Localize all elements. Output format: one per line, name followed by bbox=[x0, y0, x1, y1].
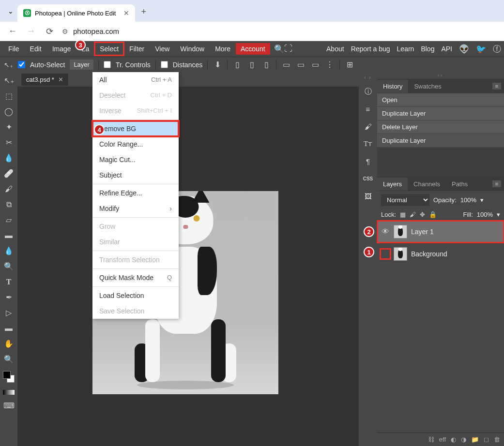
search-icon[interactable]: 🔍 bbox=[274, 44, 284, 54]
menu-image[interactable]: Image bbox=[47, 42, 76, 56]
menu-filter[interactable]: Filter bbox=[124, 42, 150, 56]
zoom-tool-icon[interactable]: 🔍 bbox=[2, 354, 15, 365]
history-item[interactable]: Delete Layer bbox=[377, 120, 504, 134]
lock-all-icon[interactable]: 🔒 bbox=[429, 211, 437, 218]
layer-row[interactable]: 👁 Layer 1 bbox=[377, 221, 504, 243]
grid-icon[interactable]: ⊞ bbox=[345, 60, 354, 70]
link-report-bug[interactable]: Report a bug bbox=[351, 45, 390, 53]
character-panel-icon[interactable]: Tᴛ bbox=[362, 137, 374, 150]
distribute-icon[interactable]: ⋮ bbox=[325, 60, 335, 70]
auto-select-checkbox[interactable] bbox=[18, 61, 25, 68]
menu-account[interactable]: Account bbox=[236, 43, 270, 55]
info-panel-icon[interactable]: ⓘ bbox=[362, 85, 374, 98]
new-tab-button[interactable]: + bbox=[135, 7, 152, 17]
pen-tool-icon[interactable]: ✒ bbox=[2, 292, 15, 303]
align-center-v-icon[interactable]: ▭ bbox=[296, 60, 305, 70]
brush-panel-icon[interactable]: 🖌 bbox=[362, 120, 374, 133]
align-top-icon[interactable]: ▭ bbox=[281, 60, 291, 70]
tab-history[interactable]: History bbox=[377, 80, 408, 93]
link-learn[interactable]: Learn bbox=[397, 45, 414, 53]
reload-button[interactable]: ⟳ bbox=[44, 26, 55, 37]
paragraph-panel-icon[interactable]: ¶ bbox=[362, 155, 374, 167]
reddit-icon[interactable]: 👽 bbox=[459, 44, 469, 54]
adjustment-layer-icon[interactable]: ◑ bbox=[461, 436, 466, 443]
download-icon[interactable]: ⬇ bbox=[213, 60, 222, 70]
layer-target-select[interactable]: Layer bbox=[70, 59, 93, 70]
hand-tool-icon[interactable]: ✋ bbox=[2, 338, 15, 349]
crop-tool-icon[interactable]: ✂ bbox=[2, 137, 15, 148]
dropdown-item[interactable]: Color Range... bbox=[92, 136, 179, 152]
panel-handle[interactable]: ›› bbox=[377, 72, 504, 79]
type-tool-icon[interactable]: T bbox=[2, 276, 15, 287]
css-panel-icon[interactable]: CSS bbox=[362, 172, 374, 185]
link-about[interactable]: About bbox=[326, 45, 344, 53]
link-layers-icon[interactable]: ⛓ bbox=[428, 436, 434, 443]
healing-tool-icon[interactable]: 🩹 bbox=[2, 168, 15, 179]
menu-file[interactable]: File bbox=[3, 42, 25, 56]
url-field[interactable]: ⚙ photopea.com bbox=[62, 27, 119, 35]
dropdown-item[interactable]: Subject bbox=[92, 167, 179, 183]
new-layer-icon[interactable]: ◻ bbox=[484, 436, 489, 443]
tab-channels[interactable]: Channels bbox=[408, 178, 446, 191]
eraser-tool-icon[interactable]: ▱ bbox=[2, 214, 15, 225]
layer-effects-icon[interactable]: eff bbox=[439, 436, 446, 443]
layer-mask-icon[interactable]: ◐ bbox=[451, 436, 456, 443]
tab-list-dropdown[interactable]: ⌄ bbox=[4, 7, 17, 15]
layer-name[interactable]: Layer 1 bbox=[411, 228, 434, 236]
layer-thumbnail[interactable] bbox=[394, 225, 407, 238]
visibility-toggle-icon[interactable]: 👁 bbox=[381, 227, 390, 236]
dock-handle[interactable]: ‹ › bbox=[364, 75, 371, 80]
gradient-tool-icon[interactable]: ▬ bbox=[2, 230, 15, 241]
new-folder-icon[interactable]: 📁 bbox=[471, 436, 479, 443]
menu-select[interactable]: Select bbox=[94, 42, 124, 56]
tab-layers[interactable]: Layers bbox=[377, 178, 408, 191]
tab-paths[interactable]: Paths bbox=[446, 178, 473, 191]
close-tab-icon[interactable]: ✕ bbox=[123, 9, 129, 17]
lock-transparency-icon[interactable]: ▦ bbox=[400, 211, 406, 218]
adjustments-panel-icon[interactable]: ≡ bbox=[362, 103, 374, 115]
opacity-dropdown-icon[interactable]: ▾ bbox=[480, 196, 484, 204]
layer-thumbnail[interactable] bbox=[394, 247, 407, 261]
opacity-value[interactable]: 100% bbox=[460, 196, 476, 204]
fullscreen-icon[interactable]: ⛶ bbox=[284, 44, 292, 54]
keyboard-icon[interactable]: ⌨ bbox=[3, 401, 15, 410]
tab-swatches[interactable]: Swatches bbox=[408, 80, 447, 93]
lock-position-icon[interactable]: ✥ bbox=[420, 211, 425, 218]
align-center-h-icon[interactable]: ▯ bbox=[247, 60, 257, 70]
move-tool-icon[interactable]: ↖₊ bbox=[2, 75, 15, 86]
dodge-tool-icon[interactable]: 🔍 bbox=[2, 261, 15, 272]
dropdown-item[interactable]: Remove BG bbox=[92, 121, 179, 136]
visibility-toggle-icon[interactable] bbox=[381, 250, 390, 258]
image-panel-icon[interactable]: 🖼 bbox=[362, 190, 374, 202]
facebook-icon[interactable]: ⓕ bbox=[493, 44, 501, 55]
history-item[interactable]: Duplicate Layer bbox=[377, 134, 504, 148]
brush-tool-icon[interactable]: 🖌 bbox=[2, 183, 15, 194]
align-bottom-icon[interactable]: ▭ bbox=[310, 60, 320, 70]
twitter-icon[interactable]: 🐦 bbox=[476, 44, 486, 54]
canvas-background[interactable] bbox=[17, 87, 359, 446]
menu-window[interactable]: Window bbox=[175, 42, 210, 56]
eyedropper-tool-icon[interactable]: 💧 bbox=[2, 152, 15, 164]
dropdown-item[interactable]: Quick Mask ModeQ bbox=[92, 270, 179, 285]
site-info-icon[interactable]: ⚙ bbox=[62, 28, 68, 35]
path-select-tool-icon[interactable]: ▷ bbox=[2, 307, 15, 318]
align-left-icon[interactable]: ▯ bbox=[232, 60, 242, 70]
layer-name[interactable]: Background bbox=[411, 250, 447, 258]
dropdown-item[interactable]: Load Selection bbox=[92, 288, 179, 303]
link-api[interactable]: API bbox=[441, 45, 452, 53]
link-blog[interactable]: Blog bbox=[421, 45, 434, 53]
delete-layer-icon[interactable]: 🗑 bbox=[494, 436, 500, 443]
document-tab[interactable]: cat3.psd * ✕ bbox=[21, 74, 68, 86]
distances-checkbox[interactable] bbox=[161, 61, 168, 68]
dropdown-item[interactable]: Magic Cut... bbox=[92, 152, 179, 167]
menu-more[interactable]: More bbox=[210, 42, 236, 56]
lock-pixels-icon[interactable]: 🖌 bbox=[410, 211, 416, 218]
menu-view[interactable]: View bbox=[150, 42, 175, 56]
shape-tool-icon[interactable]: ▬ bbox=[2, 323, 15, 334]
blur-tool-icon[interactable]: 💧 bbox=[2, 245, 15, 256]
fg-color-swatch[interactable] bbox=[3, 371, 11, 379]
lasso-tool-icon[interactable]: ◯ bbox=[2, 106, 15, 117]
panel-menu-icon[interactable]: ≡ bbox=[492, 83, 501, 89]
marquee-tool-icon[interactable]: ⬚ bbox=[2, 90, 15, 102]
dropdown-item[interactable]: AllCtrl + A bbox=[92, 72, 179, 88]
